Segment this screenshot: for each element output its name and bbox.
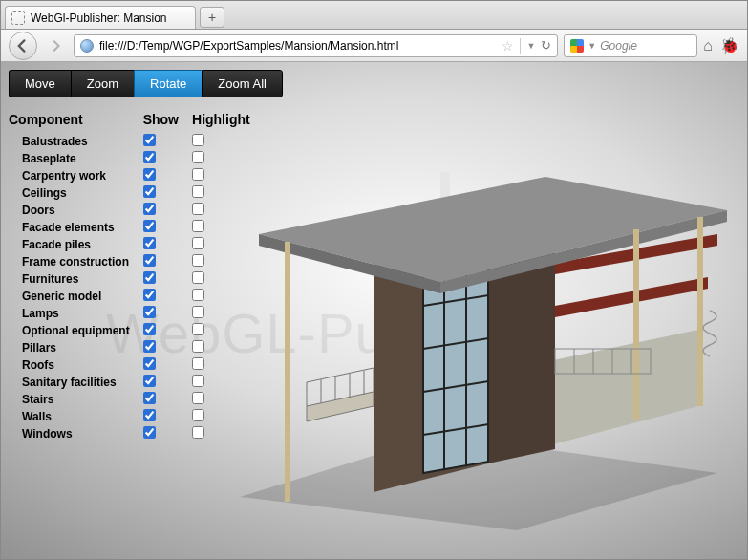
- component-name: Pillars: [9, 339, 143, 356]
- highlight-checkbox[interactable]: [192, 168, 204, 181]
- show-checkbox[interactable]: [143, 168, 156, 181]
- svg-marker-29: [440, 210, 727, 293]
- show-checkbox[interactable]: [143, 151, 156, 163]
- search-box[interactable]: ▼ Google: [564, 34, 697, 57]
- view-toolbar: Move Zoom Rotate Zoom All: [1, 62, 747, 105]
- component-row: Generic model: [9, 288, 264, 305]
- component-row: Roofs: [9, 356, 264, 374]
- component-row: Balustrades: [9, 133, 264, 150]
- component-row: Facade elements: [9, 219, 264, 236]
- url-bar[interactable]: ☆ ▼ ↻: [74, 34, 558, 57]
- show-checkbox[interactable]: [143, 357, 156, 370]
- svg-line-9: [423, 424, 488, 435]
- component-row: Walls: [9, 408, 264, 425]
- svg-marker-28: [259, 234, 440, 293]
- tab-title: WebGl-Publisher: Mansion: [31, 11, 167, 25]
- show-checkbox[interactable]: [143, 254, 156, 267]
- zoom-button[interactable]: Zoom: [71, 70, 134, 97]
- svg-rect-22: [378, 214, 386, 228]
- highlight-checkbox[interactable]: [192, 375, 204, 387]
- url-input[interactable]: [99, 39, 496, 53]
- component-name: Stairs: [9, 391, 143, 408]
- show-checkbox[interactable]: [143, 375, 156, 387]
- highlight-checkbox[interactable]: [192, 254, 204, 267]
- component-name: Doors: [9, 202, 143, 219]
- svg-rect-23: [393, 210, 400, 225]
- highlight-checkbox[interactable]: [192, 151, 204, 163]
- show-checkbox[interactable]: [143, 340, 156, 353]
- component-row: Stairs: [9, 391, 264, 408]
- highlight-checkbox[interactable]: [192, 134, 204, 146]
- arrow-left-icon: [16, 39, 30, 53]
- svg-marker-27: [259, 177, 727, 282]
- forward-button[interactable]: [43, 33, 68, 58]
- page-content: WebGL-Publisher Move Zoom Rotate Zoom Al…: [1, 62, 747, 559]
- svg-line-15: [307, 368, 374, 382]
- show-checkbox[interactable]: [143, 426, 156, 439]
- component-name: Carpentry work: [9, 167, 143, 184]
- highlight-checkbox[interactable]: [192, 323, 204, 335]
- highlight-checkbox[interactable]: [192, 426, 204, 439]
- rotate-button[interactable]: Rotate: [134, 70, 202, 97]
- svg-marker-4: [488, 234, 555, 463]
- highlight-checkbox[interactable]: [192, 220, 204, 232]
- globe-icon: [80, 39, 94, 53]
- arrow-right-icon: [50, 40, 61, 52]
- component-name: Optional equipment: [9, 322, 143, 339]
- highlight-checkbox[interactable]: [192, 271, 204, 284]
- show-checkbox[interactable]: [143, 185, 156, 198]
- show-checkbox[interactable]: [143, 203, 156, 215]
- svg-rect-26: [440, 172, 450, 210]
- component-name: Generic model: [9, 288, 143, 305]
- show-checkbox[interactable]: [143, 237, 156, 249]
- svg-marker-5: [423, 251, 488, 473]
- component-name: Baseplate: [9, 150, 143, 167]
- history-dropdown-icon[interactable]: ▼: [526, 41, 535, 51]
- show-checkbox[interactable]: [143, 409, 156, 421]
- highlight-checkbox[interactable]: [192, 203, 204, 215]
- highlight-checkbox[interactable]: [192, 306, 204, 318]
- search-engine-dropdown-icon[interactable]: ▼: [588, 41, 596, 51]
- back-button[interactable]: [9, 32, 37, 60]
- component-name: Facade piles: [9, 236, 143, 253]
- reload-icon[interactable]: ↻: [541, 38, 551, 53]
- show-checkbox[interactable]: [143, 323, 156, 335]
- highlight-checkbox[interactable]: [192, 340, 204, 353]
- component-name: Ceilings: [9, 184, 143, 202]
- show-checkbox[interactable]: [143, 271, 156, 284]
- svg-marker-1: [517, 330, 698, 454]
- show-checkbox[interactable]: [143, 220, 156, 232]
- show-checkbox[interactable]: [143, 289, 156, 301]
- browser-tabstrip: WebGl-Publisher: Mansion +: [1, 1, 747, 30]
- show-checkbox[interactable]: [143, 306, 156, 318]
- svg-line-8: [423, 381, 488, 392]
- component-row: Doors: [9, 202, 264, 219]
- zoom-all-button[interactable]: Zoom All: [202, 70, 283, 97]
- highlight-checkbox[interactable]: [192, 392, 204, 404]
- component-row: Ceilings: [9, 184, 264, 202]
- highlight-checkbox[interactable]: [192, 409, 204, 421]
- highlight-checkbox[interactable]: [192, 237, 204, 249]
- component-row: Pillars: [9, 339, 264, 356]
- highlight-checkbox[interactable]: [192, 289, 204, 301]
- show-checkbox[interactable]: [143, 392, 156, 404]
- component-name: Walls: [9, 408, 143, 425]
- svg-rect-24: [407, 206, 415, 221]
- home-icon[interactable]: ⌂: [703, 37, 713, 54]
- highlight-checkbox[interactable]: [192, 357, 204, 370]
- firebug-icon[interactable]: 🐞: [720, 36, 739, 54]
- move-button[interactable]: Move: [9, 70, 71, 97]
- bookmark-star-icon[interactable]: ☆: [502, 38, 514, 54]
- show-checkbox[interactable]: [143, 134, 156, 146]
- component-row: Sanitary facilities: [9, 374, 264, 391]
- component-name: Windows: [9, 425, 143, 442]
- model-viewport[interactable]: [202, 119, 737, 540]
- browser-tab[interactable]: WebGl-Publisher: Mansion: [5, 6, 196, 29]
- component-name: Sanitary facilities: [9, 374, 143, 391]
- new-tab-button[interactable]: +: [200, 7, 224, 28]
- svg-marker-3: [374, 234, 488, 492]
- component-row: Lamps: [9, 305, 264, 322]
- highlight-checkbox[interactable]: [192, 185, 204, 198]
- svg-rect-33: [555, 349, 651, 374]
- component-name: Facade elements: [9, 219, 143, 236]
